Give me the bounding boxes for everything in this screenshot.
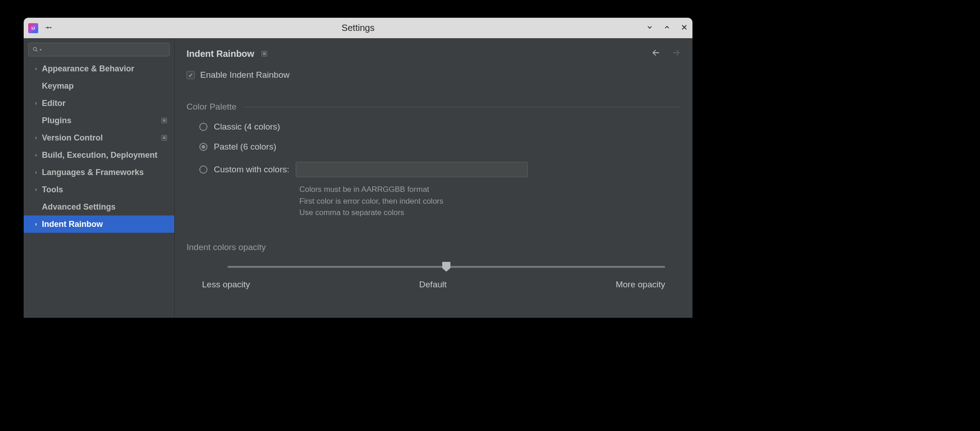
sidebar-item-label: Indent Rainbow	[42, 220, 103, 229]
radio-label: Classic (4 colors)	[214, 122, 280, 132]
expand-icon: ›	[33, 135, 39, 141]
sidebar-item-label: Languages & Frameworks	[42, 168, 144, 177]
expand-icon: ›	[33, 186, 39, 193]
svg-point-2	[33, 47, 36, 50]
nav-back-icon[interactable]	[652, 48, 661, 59]
slider-thumb[interactable]	[442, 262, 450, 272]
sidebar-item-label: Editor	[42, 99, 66, 108]
settings-body: ▾ ›Appearance & BehaviorKeymap›EditorPlu…	[24, 38, 692, 318]
radio-button[interactable]	[199, 123, 207, 131]
settings-tree: ›Appearance & BehaviorKeymap›EditorPlugi…	[24, 60, 174, 318]
enable-label: Enable Indent Rainbow	[200, 70, 289, 80]
radio-button[interactable]	[199, 165, 207, 174]
slider-min-label: Less opacity	[202, 280, 250, 290]
sidebar-item-label: Appearance & Behavior	[42, 64, 134, 74]
sidebar-item-advanced-settings[interactable]: Advanced Settings	[24, 198, 174, 216]
search-icon	[32, 46, 39, 53]
nav-forward-icon	[672, 48, 681, 59]
app-icon: IJ	[28, 23, 38, 33]
palette-option-2[interactable]: Custom with colors:	[199, 162, 681, 177]
sidebar-item-label: Keymap	[42, 81, 74, 91]
sidebar-item-label: Plugins	[42, 116, 71, 125]
radio-label: Pastel (6 colors)	[214, 142, 276, 152]
expand-icon: ›	[33, 152, 39, 158]
sidebar-item-languages-frameworks[interactable]: ›Languages & Frameworks	[24, 164, 174, 181]
sidebar-item-build-execution-deployment[interactable]: ›Build, Execution, Deployment	[24, 146, 174, 164]
settings-sidebar: ▾ ›Appearance & BehaviorKeymap›EditorPlu…	[24, 38, 175, 318]
expand-icon: ›	[33, 221, 39, 227]
chevron-up-icon[interactable]	[663, 24, 671, 33]
sidebar-item-version-control[interactable]: ›Version Control	[24, 129, 174, 146]
sidebar-item-tools[interactable]: ›Tools	[24, 181, 174, 198]
custom-colors-hint: Colors must be in AARRGGBB formatFirst c…	[299, 184, 681, 219]
settings-content: Indent Rainbow Enable Indent Rainbow Col…	[175, 38, 692, 318]
page-title: Indent Rainbow	[187, 49, 254, 59]
sidebar-item-indent-rainbow[interactable]: ›Indent Rainbow	[24, 216, 174, 233]
expand-icon: ›	[33, 100, 39, 106]
project-scope-icon	[262, 51, 267, 56]
sidebar-item-label: Advanced Settings	[42, 202, 116, 212]
sidebar-item-label: Version Control	[42, 133, 103, 143]
sidebar-item-plugins[interactable]: Plugins	[24, 112, 174, 129]
project-scope-icon	[162, 135, 167, 140]
settings-window: IJ Settings ▾ ›Appearance &	[24, 18, 692, 318]
chevron-down-icon[interactable]	[646, 24, 653, 33]
slider-mid-label: Default	[419, 280, 446, 290]
titlebar: IJ Settings	[24, 18, 692, 38]
sidebar-item-keymap[interactable]: Keymap	[24, 77, 174, 95]
palette-group-title: Color Palette	[187, 102, 237, 112]
palette-option-0[interactable]: Classic (4 colors)	[199, 122, 681, 132]
svg-line-3	[36, 50, 38, 52]
custom-colors-input[interactable]	[296, 162, 528, 177]
search-dropdown-icon[interactable]: ▾	[40, 48, 41, 52]
expand-icon: ›	[33, 169, 39, 175]
opacity-slider[interactable]	[227, 266, 665, 268]
close-icon[interactable]	[681, 24, 688, 33]
palette-option-1[interactable]: Pastel (6 colors)	[199, 142, 681, 152]
opacity-group-title: Indent colors opacity	[187, 242, 681, 252]
radio-button[interactable]	[199, 143, 207, 151]
sidebar-item-appearance-behavior[interactable]: ›Appearance & Behavior	[24, 60, 174, 77]
expand-icon: ›	[33, 65, 39, 72]
sidebar-item-label: Tools	[42, 185, 63, 195]
slider-max-label: More opacity	[616, 280, 665, 290]
radio-label: Custom with colors:	[214, 165, 289, 175]
breadcrumb: Indent Rainbow	[187, 48, 681, 59]
search-input[interactable]: ▾	[28, 43, 170, 56]
window-title: Settings	[24, 23, 692, 33]
pin-icon[interactable]	[42, 22, 54, 34]
sidebar-item-editor[interactable]: ›Editor	[24, 95, 174, 112]
project-scope-icon	[162, 118, 167, 123]
enable-checkbox[interactable]	[187, 71, 195, 79]
sidebar-item-label: Build, Execution, Deployment	[42, 150, 157, 160]
